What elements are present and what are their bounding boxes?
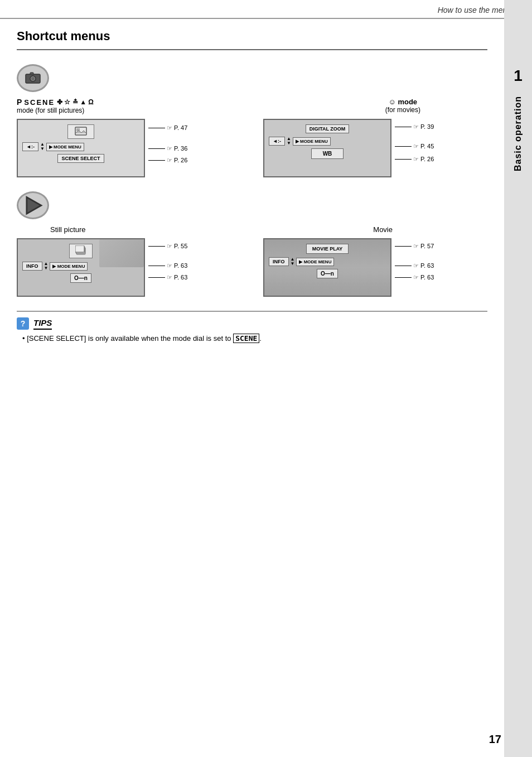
s1-left-mode-menu: ▶ MODE MENU: [46, 143, 84, 151]
section2-diagrams: INFO ▲ ▼ ▶ MODE MENU O—n: [17, 238, 487, 297]
section2-left-screen: INFO ▲ ▼ ▶ MODE MENU O—n: [17, 238, 145, 297]
tips-period: .: [259, 334, 262, 343]
s1-right-ref-1: ☞ P. 39: [395, 123, 434, 131]
tips-bullet-symbol: •: [22, 334, 25, 343]
sidebar: 1 Basic operation: [504, 0, 532, 757]
section1: P SCENE ✤ ☆ ≛ ▲ Ω mode (for still pictur…: [17, 64, 487, 177]
tips-text: • [SCENE SELECT] is only available when …: [22, 334, 487, 343]
tips-scene-word: SCENE: [233, 334, 259, 343]
s2-right-lock-btn: O—n: [317, 269, 338, 278]
s1-left-refs: ☞ P. 47 ☞ P. 36 ☞ P. 26: [145, 119, 187, 164]
s2-left-info-btn: INFO: [22, 262, 42, 271]
tips-section: ? TIPS • [SCENE SELECT] is only availabl…: [17, 311, 487, 343]
section2-left-diagram: INFO ▲ ▼ ▶ MODE MENU O—n: [17, 238, 241, 297]
s1-right-nav: ▲ ▼: [287, 137, 291, 146]
sidebar-number: 1: [514, 67, 523, 85]
s1-left-nav: ▲ ▼: [40, 142, 45, 151]
page-number: 17: [489, 733, 501, 746]
s1-left-ref-1: ☞ P. 47: [148, 124, 187, 132]
s2-left-refs: ☞ P. 55 ☞ P. 63 ☞ P. 63: [145, 238, 187, 281]
page-title: Shortcut menus: [17, 19, 487, 50]
camera-icon: [17, 64, 49, 92]
main-content: Shortcut menus P SCENE ✤ ☆ ≛ ▲ Ω: [0, 19, 504, 359]
top-header: How to use the menus: [0, 0, 532, 19]
sidebar-label: Basic operation: [513, 96, 523, 171]
s2-left-nav: ▲ ▼: [44, 262, 49, 271]
s2-right-movieplay-btn: MOVIE PLAY: [306, 244, 349, 254]
s2-left-ref-3: ☞ P. 63: [148, 274, 187, 281]
play-icon: [17, 191, 49, 219]
tips-icon: ?: [17, 317, 29, 330]
section1-left-diagram: ◄:- ▲ ▼ ▶ MODE MENU SCENE SELECT: [17, 119, 241, 177]
camera-icon-area: [17, 64, 487, 92]
s1-left-ref-2: ☞ P. 36: [148, 145, 187, 152]
s1-left-bottom-btn: SCENE SELECT: [57, 154, 104, 163]
s2-right-ref-3: ☞ P. 63: [395, 274, 434, 281]
mode-row-2: Still picture Movie: [17, 225, 487, 234]
s2-label-right: Movie: [373, 225, 393, 234]
section2: Still picture Movie: [17, 191, 487, 297]
section2-right-screen: MOVIE PLAY INFO ▲ ▼ ▶ MODE MENU: [263, 238, 391, 297]
mode-row-1: P SCENE ✤ ☆ ≛ ▲ Ω mode (for still pictur…: [17, 98, 487, 114]
tips-title: TIPS: [33, 318, 52, 330]
svg-rect-9: [75, 245, 84, 252]
s1-right-top-btn: DIGITAL ZOOM: [306, 124, 350, 133]
tips-header: ? TIPS: [17, 317, 487, 330]
mode-label-right: ☺ mode (for movies): [385, 98, 420, 114]
section1-right-diagram: DIGITAL ZOOM ◄:- ▲ ▼ ▶ MODE MENU: [263, 119, 487, 177]
s2-right-mode-menu: ▶ MODE MENU: [296, 258, 334, 266]
section1-diagrams: ◄:- ▲ ▼ ▶ MODE MENU SCENE SELECT: [17, 119, 487, 177]
s2-label-left: Still picture: [50, 225, 86, 234]
svg-point-2: [31, 77, 35, 80]
s2-right-refs: ☞ P. 57 ☞ P. 63 ☞ P. 63: [391, 238, 434, 281]
section1-right-screen: DIGITAL ZOOM ◄:- ▲ ▼ ▶ MODE MENU: [263, 119, 391, 177]
s2-right-ref-2: ☞ P. 63: [395, 262, 434, 269]
s2-left-ref-2: ☞ P. 63: [148, 262, 187, 269]
s1-right-mode-menu: ▶ MODE MENU: [293, 137, 331, 146]
s2-right-nav: ▲ ▼: [291, 257, 295, 266]
s2-left-mode-menu: ▶ MODE MENU: [50, 262, 88, 271]
s2-right-ref-1: ☞ P. 57: [395, 243, 434, 250]
play-icon-area: [17, 191, 487, 220]
s1-right-refs: ☞ P. 39 ☞ P. 45 ☞ P. 26: [391, 119, 434, 163]
section2-right-diagram: MOVIE PLAY INFO ▲ ▼ ▶ MODE MENU: [263, 238, 487, 297]
s1-left-ref-3: ☞ P. 26: [148, 157, 187, 164]
svg-rect-3: [30, 73, 33, 75]
s1-right-ref-3: ☞ P. 26: [395, 156, 434, 163]
s1-left-btn-left: ◄:-: [22, 142, 38, 151]
s2-right-info-btn: INFO: [269, 257, 289, 266]
svg-marker-6: [27, 197, 41, 214]
s1-right-bottom-btn: WB: [311, 148, 344, 159]
tips-bullet-text: [SCENE SELECT] is only available when th…: [27, 334, 231, 343]
s2-left-lock-btn: O—n: [70, 273, 91, 283]
s2-left-ref-1: ☞ P. 55: [148, 243, 187, 250]
mode-label-left: P SCENE ✤ ☆ ≛ ▲ Ω mode (for still pictur…: [17, 98, 94, 114]
section1-left-screen: ◄:- ▲ ▼ ▶ MODE MENU SCENE SELECT: [17, 119, 145, 177]
s1-right-ref-2: ☞ P. 45: [395, 143, 434, 150]
s1-right-btn-left: ◄:-: [269, 137, 285, 146]
